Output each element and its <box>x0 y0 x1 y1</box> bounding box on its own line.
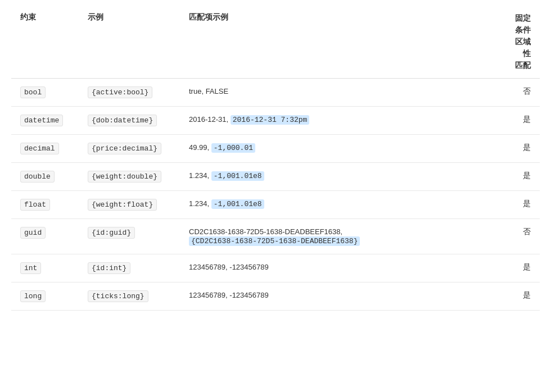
match-text: 1.234, -1,001.01e8 <box>189 171 264 180</box>
constraint-cell: datetime <box>11 107 79 135</box>
example-tag: {active:bool} <box>88 86 152 98</box>
table-row: long{ticks:long}123456789, -123456789是 <box>11 282 540 311</box>
match-cell: 1.234, -1,001.01e8 <box>180 163 495 191</box>
example-cell: {active:bool} <box>79 79 180 107</box>
fixed-cell: 否 <box>495 219 540 254</box>
table-row: double{weight:double}1.234, -1,001.01e8是 <box>11 163 540 191</box>
constraint-tag: int <box>20 262 41 274</box>
match-highlight: -1,000.01 <box>211 143 255 153</box>
example-tag: {price:decimal} <box>88 143 161 154</box>
fixed-cell: 是 <box>495 163 540 191</box>
constraint-cell: double <box>11 163 79 191</box>
example-tag: {weight:double} <box>88 171 161 183</box>
match-cell: 49.99, -1,000.01 <box>180 135 495 163</box>
fixed-cell: 是 <box>495 282 540 311</box>
constraint-tag: float <box>20 199 50 211</box>
table-row: int{id:int}123456789, -123456789是 <box>11 254 540 282</box>
fixed-cell: 是 <box>495 135 540 163</box>
table-row: bool{active:bool}true, FALSE否 <box>11 79 540 107</box>
example-tag: {dob:datetime} <box>88 115 157 126</box>
constraint-cell: float <box>11 191 79 219</box>
example-cell: {id:guid} <box>79 219 180 254</box>
match-text: 2016-12-31, 2016-12-31 7:32pm <box>189 115 309 124</box>
table-row: datetime{dob:datetime}2016-12-31, 2016-1… <box>11 107 540 135</box>
match-text: 123456789, -123456789 <box>189 263 269 271</box>
match-cell: 123456789, -123456789 <box>180 282 495 311</box>
table-row: guid{id:guid}CD2C1638-1638-72D5-1638-DEA… <box>11 219 540 254</box>
table-container: 约束 示例 匹配项示例 固定条件区域性匹配 bool{active:bool}t… <box>0 0 551 316</box>
table-row: decimal{price:decimal}49.99, -1,000.01是 <box>11 135 540 163</box>
match-highlight: -1,001.01e8 <box>211 199 264 209</box>
header-example: 示例 <box>79 6 180 79</box>
example-tag: {ticks:long} <box>88 290 148 302</box>
header-constraint: 约束 <box>11 6 79 79</box>
match-highlight: 2016-12-31 7:32pm <box>231 115 310 125</box>
match-cell: 123456789, -123456789 <box>180 254 495 282</box>
constraint-cell: bool <box>11 79 79 107</box>
example-cell: {price:decimal} <box>79 135 180 163</box>
constraint-tag: long <box>20 290 46 302</box>
match-cell: true, FALSE <box>180 79 495 107</box>
match-text: CD2C1638-1638-72D5-1638-DEADBEEF1638, {C… <box>189 227 360 245</box>
match-cell: 1.234, -1,001.01e8 <box>180 191 495 219</box>
example-cell: {dob:datetime} <box>79 107 180 135</box>
table-row: float{weight:float}1.234, -1,001.01e8是 <box>11 191 540 219</box>
match-cell: CD2C1638-1638-72D5-1638-DEADBEEF1638, {C… <box>180 219 495 254</box>
example-cell: {weight:double} <box>79 163 180 191</box>
constraint-cell: long <box>11 282 79 311</box>
fixed-cell: 是 <box>495 107 540 135</box>
header-match-example: 匹配项示例 <box>180 6 495 79</box>
match-text: 1.234, -1,001.01e8 <box>189 199 264 208</box>
match-highlight: {CD2C1638-1638-72D5-1638-DEADBEEF1638} <box>189 236 360 246</box>
constraint-cell: int <box>11 254 79 282</box>
example-cell: {weight:float} <box>79 191 180 219</box>
fixed-cell: 是 <box>495 254 540 282</box>
match-text: 123456789, -123456789 <box>189 291 269 299</box>
example-tag: {weight:float} <box>88 199 157 211</box>
constraints-table: 约束 示例 匹配项示例 固定条件区域性匹配 bool{active:bool}t… <box>11 6 540 311</box>
fixed-cell: 否 <box>495 79 540 107</box>
example-tag: {id:guid} <box>88 227 135 239</box>
header-fixed-match: 固定条件区域性匹配 <box>495 6 540 79</box>
match-text: 49.99, -1,000.01 <box>189 143 255 152</box>
fixed-cell: 是 <box>495 191 540 219</box>
constraint-cell: guid <box>11 219 79 254</box>
example-cell: {ticks:long} <box>79 282 180 311</box>
example-cell: {id:int} <box>79 254 180 282</box>
constraint-tag: bool <box>20 86 46 98</box>
constraint-tag: double <box>20 171 55 183</box>
constraint-tag: guid <box>20 227 46 239</box>
match-cell: 2016-12-31, 2016-12-31 7:32pm <box>180 107 495 135</box>
example-tag: {id:int} <box>88 262 130 274</box>
match-highlight: -1,001.01e8 <box>211 171 264 181</box>
constraint-cell: decimal <box>11 135 79 163</box>
constraint-tag: datetime <box>20 115 63 126</box>
constraint-tag: decimal <box>20 143 59 154</box>
match-text: true, FALSE <box>189 87 228 95</box>
